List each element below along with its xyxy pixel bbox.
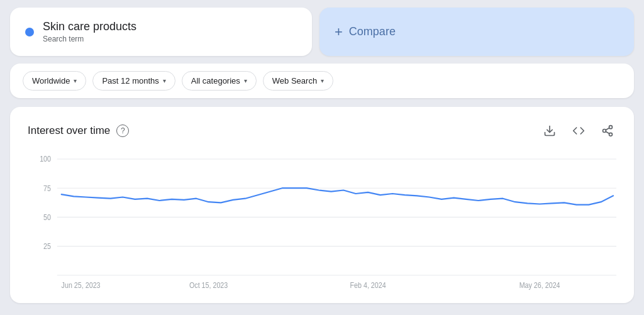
chart-title-group: Interest over time ? [28,124,129,137]
share-icon [601,124,614,137]
plus-icon: + [335,24,343,40]
y-label-75: 75 [43,184,51,192]
search-term-card: Skin care products Search term [10,8,312,56]
search-type-label: Web Search [272,76,317,86]
time-chevron-icon: ▾ [163,77,166,84]
location-chevron-icon: ▾ [74,77,77,84]
chart-container: 100 75 50 25 Jun 25, 2023 Oct 15, 2023 F… [28,152,616,290]
top-section: Skin care products Search term + Compare [10,8,634,56]
help-icon[interactable]: ? [116,124,129,137]
time-label: Past 12 months [102,76,158,86]
trend-chart: 100 75 50 25 Jun 25, 2023 Oct 15, 2023 F… [28,152,616,290]
category-chevron-icon: ▾ [244,77,247,84]
compare-card[interactable]: + Compare [319,8,634,56]
y-label-100: 100 [40,155,51,163]
filter-bar: Worldwide ▾ Past 12 months ▾ All categor… [10,64,634,98]
term-name: Skin care products [43,20,136,33]
category-filter[interactable]: All categories ▾ [182,71,257,91]
search-type-chevron-icon: ▾ [321,77,324,84]
y-label-25: 25 [43,242,51,250]
location-label: Worldwide [32,76,70,86]
share-button[interactable] [599,122,616,140]
search-term-dot [25,28,34,36]
term-label: Search term [43,35,136,43]
svg-line-4 [606,131,609,133]
embed-icon [572,124,585,137]
time-filter[interactable]: Past 12 months ▾ [92,71,175,91]
search-term-text: Skin care products Search term [43,20,136,43]
search-type-filter[interactable]: Web Search ▾ [263,71,333,91]
x-label-3: Feb 4, 2024 [350,281,387,289]
y-label-50: 50 [43,213,51,221]
embed-button[interactable] [570,122,587,140]
x-label-2: Oct 15, 2023 [189,281,228,289]
location-filter[interactable]: Worldwide ▾ [23,71,86,91]
trend-line [62,188,614,204]
download-button[interactable] [541,122,558,140]
chart-title: Interest over time [28,124,110,137]
chart-header: Interest over time ? [28,122,616,140]
compare-label: Compare [349,25,396,38]
svg-line-5 [606,128,609,130]
chart-actions [541,122,616,140]
x-label-4: May 26, 2024 [519,281,561,289]
download-icon [543,124,556,137]
category-label: All categories [191,76,240,86]
chart-card: Interest over time ? [10,107,634,303]
x-label-1: Jun 25, 2023 [62,281,101,289]
